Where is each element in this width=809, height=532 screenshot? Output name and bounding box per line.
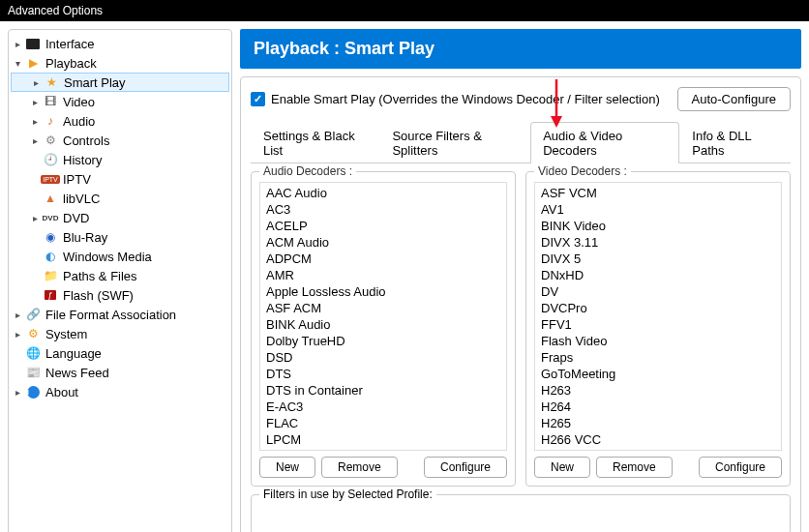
video-group-label: Video Decoders : (534, 164, 631, 178)
bluray-icon: ◉ (42, 229, 59, 245)
monitor-icon (24, 36, 42, 51)
note-icon: ♪ (42, 113, 59, 129)
tab-settings[interactable]: Settings & Black List (251, 122, 379, 163)
list-item[interactable]: GoToMeeting (541, 366, 775, 382)
video-new-button[interactable]: New (534, 457, 590, 478)
tree-news[interactable]: 📰News Feed (11, 363, 229, 382)
audio-remove-button[interactable]: Remove (321, 457, 398, 478)
film-icon: 🎞 (42, 94, 59, 109)
audio-group-label: Audio Decoders : (259, 164, 356, 178)
list-item[interactable]: ASF ACM (266, 300, 500, 316)
tree-audio[interactable]: ♪Audio (11, 111, 229, 131)
vlc-icon: ▲ (42, 191, 59, 206)
tab-info-dll[interactable]: Info & DLL Paths (679, 122, 791, 163)
list-item[interactable]: ACELP (266, 218, 500, 234)
auto-configure-button[interactable]: Auto-Configure (677, 87, 791, 111)
tree-libvlc[interactable]: ▲libVLC (11, 189, 229, 208)
check-icon: ✓ (251, 92, 265, 106)
list-item[interactable]: Fraps (541, 349, 775, 366)
tab-strip: Settings & Black List Source Filters & S… (251, 121, 791, 163)
list-item[interactable]: DIVX 3.11 (541, 234, 775, 251)
list-item[interactable]: DSD (266, 349, 500, 366)
list-item[interactable]: LPCM (266, 431, 500, 448)
enable-smart-play-checkbox[interactable]: ✓ Enable Smart Play (Overrides the Windo… (251, 92, 660, 106)
video-decoders-group: Video Decoders : ASF VCMAV1BINK VideoDIV… (525, 171, 791, 487)
audio-configure-button[interactable]: Configure (424, 457, 507, 478)
tree-system[interactable]: ⚙System (11, 324, 229, 343)
rss-icon: 📰 (24, 365, 42, 380)
tree-history[interactable]: 🕘History (11, 150, 229, 169)
tree-playback[interactable]: ▶Playback (11, 53, 229, 73)
tree-iptv[interactable]: IPTVIPTV (11, 169, 229, 189)
list-item[interactable]: Dolby TrueHD (266, 333, 500, 349)
options-tree[interactable]: Interface ▶Playback ★Smart Play 🎞Video ♪… (8, 29, 232, 532)
list-item[interactable]: FLAC (266, 415, 500, 431)
list-item[interactable]: BINK Video (541, 218, 775, 234)
list-item[interactable]: ACM Audio (266, 234, 500, 251)
link-icon: 🔗 (24, 307, 42, 322)
list-item[interactable]: DIVX 5 (541, 251, 775, 267)
page-title: Playback : Smart Play (240, 29, 801, 69)
tree-controls[interactable]: ⚙Controls (11, 131, 229, 150)
gear-icon: ⚙ (24, 326, 42, 341)
tree-windows-media[interactable]: ◐Windows Media (11, 247, 229, 266)
tree-flash[interactable]: ƒFlash (SWF) (11, 285, 229, 305)
dvd-icon: DVD (42, 210, 59, 225)
list-item[interactable]: Flash Video (541, 333, 775, 349)
sliders-icon: ⚙ (42, 133, 59, 148)
play-icon: ▶ (24, 55, 42, 71)
star-icon: ★ (43, 74, 60, 90)
list-item[interactable]: BINK Audio (266, 316, 500, 333)
tree-file-format[interactable]: 🔗File Format Association (11, 305, 229, 324)
list-item[interactable]: ADPCM (266, 251, 500, 267)
wm-icon: ◐ (42, 249, 59, 264)
flash-icon: ƒ (42, 287, 59, 303)
list-item[interactable]: H264 (541, 399, 775, 415)
audio-decoders-group: Audio Decoders : AAC AudioAC3ACELPACM Au… (251, 171, 516, 487)
tab-decoders[interactable]: Audio & Video Decoders (530, 122, 679, 163)
list-item[interactable]: AAC Audio (266, 185, 500, 201)
list-item[interactable]: AV1 (541, 201, 775, 218)
video-decoders-list[interactable]: ASF VCMAV1BINK VideoDIVX 3.11DIVX 5DNxHD… (535, 183, 781, 450)
list-item[interactable]: FFV1 (541, 316, 775, 333)
titlebar: Advanced Options (0, 0, 809, 21)
list-item[interactable]: H265 (541, 415, 775, 431)
tree-bluray[interactable]: ◉Blu-Ray (11, 227, 229, 247)
globe-icon: 🌐 (24, 345, 42, 361)
iptv-icon: IPTV (42, 171, 59, 187)
list-item[interactable]: ASF VCM (541, 185, 775, 201)
video-remove-button[interactable]: Remove (596, 457, 673, 478)
filters-label: Filters in use by Selected Profile: (259, 488, 436, 501)
tree-video[interactable]: 🎞Video (11, 92, 229, 111)
list-item[interactable]: H266 VCC (541, 431, 775, 448)
list-item[interactable]: Apple Lossless Audio (266, 283, 500, 300)
window-title: Advanced Options (8, 4, 103, 17)
list-item[interactable]: E-AC3 (266, 399, 500, 415)
tree-smart-play[interactable]: ★Smart Play (11, 73, 229, 92)
tree-interface[interactable]: Interface (11, 34, 229, 53)
list-item[interactable]: DNxHD (541, 267, 775, 283)
tree-language[interactable]: 🌐Language (11, 343, 229, 363)
tree-paths[interactable]: 📁Paths & Files (11, 266, 229, 285)
folder-icon: 📁 (42, 268, 59, 283)
list-item[interactable]: DV (541, 283, 775, 300)
info-icon: i (24, 384, 42, 399)
tree-dvd[interactable]: DVDDVD (11, 208, 229, 227)
list-item[interactable]: DTS in Container (266, 382, 500, 399)
tree-about[interactable]: iAbout (11, 382, 229, 401)
list-item[interactable]: DVCPro (541, 300, 775, 316)
video-configure-button[interactable]: Configure (699, 457, 782, 478)
list-item[interactable]: AC3 (266, 201, 500, 218)
list-item[interactable]: DTS (266, 366, 500, 382)
list-item[interactable]: AMR (266, 267, 500, 283)
list-item[interactable]: H263 (541, 382, 775, 399)
filters-group: Filters in use by Selected Profile: (251, 494, 791, 532)
audio-new-button[interactable]: New (259, 457, 315, 478)
clock-icon: 🕘 (42, 152, 59, 167)
tab-source-filters[interactable]: Source Filters & Splitters (379, 122, 530, 163)
audio-decoders-list[interactable]: AAC AudioAC3ACELPACM AudioADPCMAMRApple … (260, 183, 506, 450)
smart-play-panel: ✓ Enable Smart Play (Overrides the Windo… (240, 76, 801, 532)
